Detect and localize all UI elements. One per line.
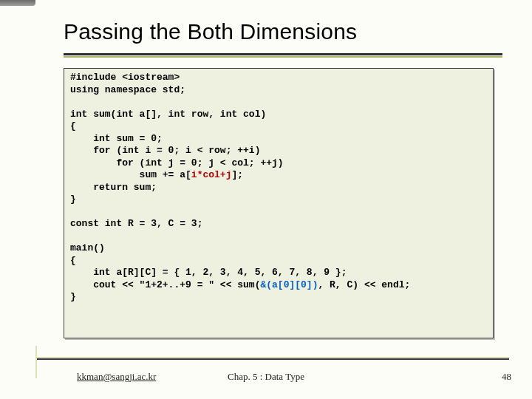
code-line: int a[R][C] = { 1, 2, 3, 4, 5, 6, 7, 8, …	[70, 267, 347, 278]
code-line: }	[70, 291, 76, 302]
slide-corner-tab	[0, 0, 35, 6]
footer-page-number: 48	[502, 371, 511, 383]
code-line: cout << "1+2+..+9 = " << sum(	[70, 279, 260, 290]
slide-title: Passing the Both Dimensions	[64, 19, 502, 44]
code-line: , R, C) << endl;	[318, 279, 410, 290]
code-highlight-index-expr: i*col+j	[191, 169, 232, 180]
footer-divider-dark	[36, 358, 509, 360]
code-line: {	[70, 255, 76, 266]
code-highlight-address-expr: &(a[0][0])	[260, 279, 318, 290]
title-block: Passing the Both Dimensions	[64, 19, 502, 44]
code-line: for (int j = 0; j < col; ++j)	[70, 157, 284, 168]
code-line: using namespace std;	[70, 84, 185, 95]
code-line: int sum(int a[], int row, int col)	[70, 109, 266, 120]
code-listing: #include <iostream> using namespace std;…	[70, 72, 487, 304]
code-box: #include <iostream> using namespace std;…	[64, 68, 494, 338]
code-line: #include <iostream>	[70, 72, 180, 83]
footer-divider-light	[36, 357, 509, 358]
footer-chapter: Chap. 5 : Data Type	[0, 371, 532, 383]
code-line: }	[70, 194, 76, 205]
code-line: {	[70, 120, 76, 132]
code-line: ];	[231, 169, 243, 180]
title-underline-light	[64, 56, 502, 58]
title-underline-dark	[64, 53, 502, 55]
code-line: const int R = 3, C = 3;	[70, 218, 202, 229]
code-line: sum += a[	[70, 169, 191, 180]
code-line: main()	[70, 242, 105, 253]
code-line: return sum;	[70, 182, 157, 193]
slide: Passing the Both Dimensions #include <io…	[0, 0, 532, 399]
code-line: int sum = 0;	[70, 133, 163, 144]
code-line: for (int i = 0; i < row; ++i)	[70, 145, 260, 156]
